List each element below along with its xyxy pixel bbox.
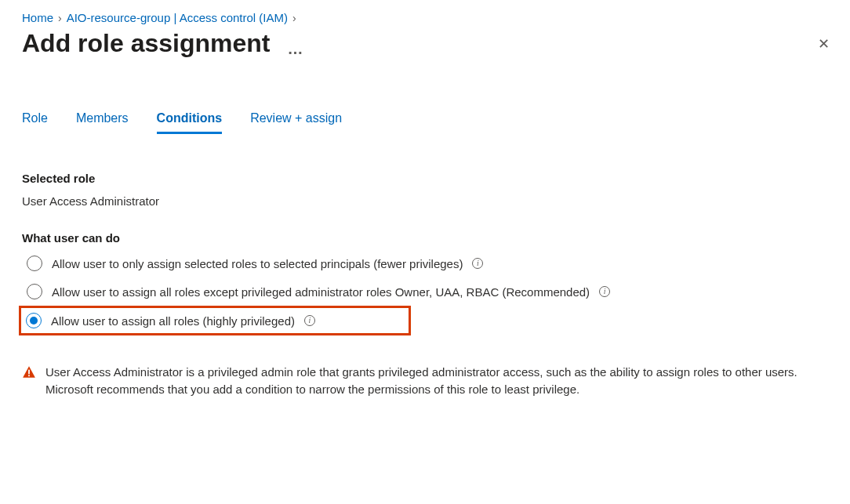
option-recommended[interactable]: Allow user to assign all roles except pr…: [22, 277, 833, 306]
option-label: Allow user to assign all roles (highly p…: [51, 314, 295, 328]
tabs: Role Members Conditions Review + assign: [22, 111, 833, 134]
breadcrumb-resource[interactable]: AIO-resource-group | Access control (IAM…: [67, 11, 288, 24]
tab-conditions[interactable]: Conditions: [157, 111, 223, 134]
warning-text: User Access Administrator is a privilege…: [45, 364, 822, 398]
privileged-role-warning: User Access Administrator is a privilege…: [22, 364, 822, 398]
what-user-can-do-options: Allow user to only assign selected roles…: [22, 249, 833, 335]
what-user-can-do-heading: What user can do: [22, 231, 833, 245]
title-bar: Add role assignment … ✕: [22, 29, 833, 58]
option-label: Allow user to only assign selected roles…: [52, 257, 463, 270]
tab-role[interactable]: Role: [22, 111, 48, 134]
info-icon[interactable]: i: [472, 258, 483, 269]
tab-members[interactable]: Members: [76, 111, 129, 134]
chevron-right-icon: ›: [58, 12, 62, 24]
tab-review-assign[interactable]: Review + assign: [250, 111, 342, 134]
chevron-right-icon: ›: [292, 12, 296, 24]
option-fewer-privileges[interactable]: Allow user to only assign selected roles…: [22, 249, 833, 277]
breadcrumb: Home › AIO-resource-group | Access contr…: [22, 11, 833, 24]
breadcrumb-home[interactable]: Home: [22, 11, 53, 24]
radio-icon[interactable]: [27, 284, 42, 299]
selected-role-heading: Selected role: [22, 172, 833, 185]
page-title: Add role assignment …: [22, 29, 305, 58]
option-label: Allow user to assign all roles except pr…: [52, 285, 590, 299]
warning-icon: [22, 365, 36, 379]
more-actions-button[interactable]: …: [288, 40, 305, 58]
selected-role-value: User Access Administrator: [22, 194, 833, 208]
info-icon[interactable]: i: [304, 315, 315, 326]
svg-rect-0: [28, 370, 30, 375]
svg-rect-1: [28, 375, 30, 376]
info-icon[interactable]: i: [599, 286, 610, 297]
radio-icon[interactable]: [26, 313, 42, 328]
option-highly-privileged[interactable]: Allow user to assign all roles (highly p…: [19, 306, 411, 335]
radio-icon[interactable]: [27, 256, 42, 271]
close-icon[interactable]: ✕: [815, 34, 833, 54]
